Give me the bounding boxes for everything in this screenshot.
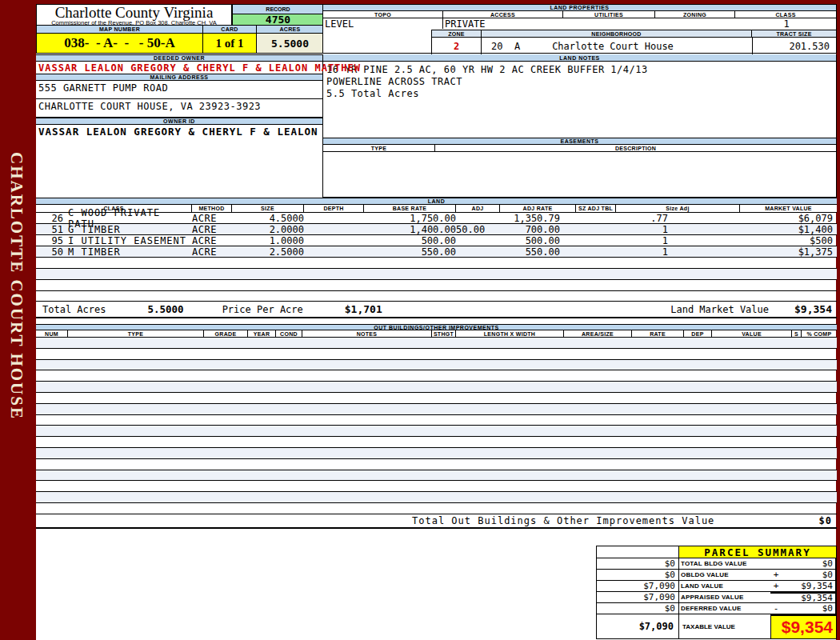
acres-label: ACRES — [257, 26, 323, 33]
out-buildings-total-value: $0 — [819, 515, 837, 526]
county-title-box: Charlotte County Virginia Commissioner o… — [36, 4, 232, 26]
col-adj-rate: ADJ RATE — [500, 205, 576, 212]
out-building-empty-row — [36, 459, 837, 470]
col-size: SIZE — [232, 205, 304, 212]
access-value: PRIVATE — [443, 18, 563, 29]
out-building-empty-row — [36, 481, 837, 492]
land-method: ACRE — [192, 224, 232, 235]
mailing-address-bar: MAILING ADDRESS — [36, 74, 322, 81]
acres-value: 5.5000 — [257, 34, 323, 53]
sidebar-vertical-title: CHARLOTTE COURT HOUSE — [6, 152, 26, 472]
zoning-label: ZONING — [655, 11, 735, 18]
col-method: METHOD — [192, 205, 232, 212]
out-building-empty-row — [36, 404, 837, 415]
out-building-empty-row — [36, 503, 837, 514]
land-adj: 50.00 — [456, 224, 476, 235]
land-value-sign: + — [770, 581, 782, 592]
topo-value: LEVEL — [323, 18, 443, 29]
col-adj: ADJ — [456, 205, 500, 212]
land-adj-rate: 500.00 — [476, 235, 560, 246]
land-class: G TIMBER — [68, 224, 192, 235]
total-acres-value: 5.5000 — [147, 303, 183, 315]
card-value: 1 of 1 — [203, 34, 257, 53]
price-per-acre-label: Price Per Acre — [222, 304, 303, 315]
land-row: 51 G TIMBER ACRE 2.0000 1,400.00 50.00 7… — [36, 224, 837, 235]
prior-appraised: $7,090 — [597, 592, 679, 603]
zoning-value — [655, 18, 735, 29]
prior-deferred: $0 — [597, 603, 679, 614]
land-note-line: 5.5 Total Acres — [326, 88, 836, 100]
land-empty-row — [36, 258, 837, 269]
land-size: 2.0000 — [232, 224, 304, 235]
access-label: ACCESS — [443, 11, 563, 18]
deferred-sign: - — [770, 603, 782, 614]
col-market-value: MARKET VALUE — [740, 205, 837, 212]
map-number-label: MAP NUMBER — [37, 26, 203, 33]
price-per-acre-value: $1,701 — [345, 303, 382, 315]
prior-land: $7,090 — [597, 581, 679, 592]
zone-header-row: ZONE NEIGHBORHOOD TRACT SIZE — [432, 30, 836, 38]
land-size-adj: 1 — [560, 235, 704, 246]
owner-id-bar: OWNER ID — [36, 118, 322, 125]
land-row: 50 M TIMBER ACRE 2.5000 550.00 550.00 1 … — [36, 246, 837, 258]
obldg-value: $0 — [782, 570, 836, 581]
easement-type-label: TYPE — [323, 145, 435, 151]
out-building-empty-row — [36, 349, 837, 360]
out-building-empty-row — [36, 492, 837, 503]
land-size-adj: .77 — [560, 213, 704, 224]
land-adj-rate: 700.00 — [476, 224, 560, 235]
land-value-value: $9,354 — [782, 581, 836, 592]
col-area-size: AREA/SIZE — [564, 330, 632, 337]
land-size: 1.0000 — [232, 235, 304, 246]
deferred-value: $0 — [782, 603, 836, 614]
col-size-adj: Size Adj — [616, 205, 740, 212]
col-num: NUM — [36, 330, 68, 337]
land-num: 95 — [36, 235, 68, 246]
zone-value: 2 — [432, 38, 482, 54]
appraised-sign — [770, 592, 782, 603]
land-market-value: $1,400 — [704, 224, 837, 235]
land-notes-panel: LAND NOTES 16 YR PINE 2.5 AC, 60 YR HW 2… — [322, 54, 837, 198]
land-size: 2.5000 — [232, 246, 304, 258]
out-building-empty-row — [36, 437, 837, 448]
col-grade: GRADE — [204, 330, 248, 337]
land-properties-header-row: TOPO ACCESS UTILITIES ZONING CLASS — [323, 11, 836, 18]
easement-description-label: DESCRIPTION — [435, 145, 836, 151]
land-base-rate: 1,750.00 — [328, 213, 456, 224]
appraised-value: $9,354 — [782, 592, 836, 603]
card-label: CARD — [203, 26, 257, 33]
land-gap — [36, 291, 837, 301]
prior-total-bldg: $0 — [597, 558, 679, 570]
land-num: 51 — [36, 224, 68, 235]
out-building-empty-row — [36, 370, 837, 382]
county-title: Charlotte County Virginia — [37, 5, 231, 20]
total-bldg-label: TOTAL BLDG VALUE — [679, 558, 770, 570]
mailing-address-block: 555 GARNETT PUMP ROAD CHARLOTTE COURT HO… — [36, 81, 322, 118]
col-type: TYPE — [68, 330, 204, 337]
utilities-value — [563, 18, 655, 29]
col-rate: RATE — [632, 330, 684, 337]
total-bldg-sign — [770, 558, 782, 570]
out-building-empty-row — [36, 426, 837, 437]
col-year: YEAR — [248, 330, 276, 337]
out-buildings-title: OUT BUILDINGS/OTHER IMPROVEMENTS — [36, 324, 837, 330]
land-row: 26 C WOOD PRIVATE PATH ACRE 4.5000 1,750… — [36, 213, 837, 224]
utilities-label: UTILITIES — [563, 11, 655, 18]
land-class: I UTILITY EASEMENT — [68, 235, 192, 246]
col-length-width: LENGTH X WIDTH — [456, 330, 564, 337]
col-dep: DEP — [684, 330, 712, 337]
class-value: 1 — [735, 18, 836, 29]
taxable-label: TAXABLE VALUE — [679, 614, 770, 638]
zone-value-row: 2 20 A Charlotte Court House 201.530 — [432, 38, 836, 54]
out-building-empty-row — [36, 415, 837, 426]
land-class: M TIMBER — [68, 246, 192, 258]
land-market-value: $1,375 — [704, 246, 837, 258]
land-row: 95 I UTILITY EASEMENT ACRE 1.0000 500.00… — [36, 235, 837, 246]
tract-size-value: 201.530 — [752, 38, 836, 54]
easements-title: EASEMENTS — [323, 138, 836, 145]
taxable-grand-total: $9,354 — [770, 614, 836, 638]
col-pct-comp: % COMP — [802, 330, 837, 337]
col-s: S — [792, 330, 802, 337]
address-line-1: 555 GARNETT PUMP ROAD — [36, 81, 322, 99]
col-value: VALUE — [712, 330, 792, 337]
